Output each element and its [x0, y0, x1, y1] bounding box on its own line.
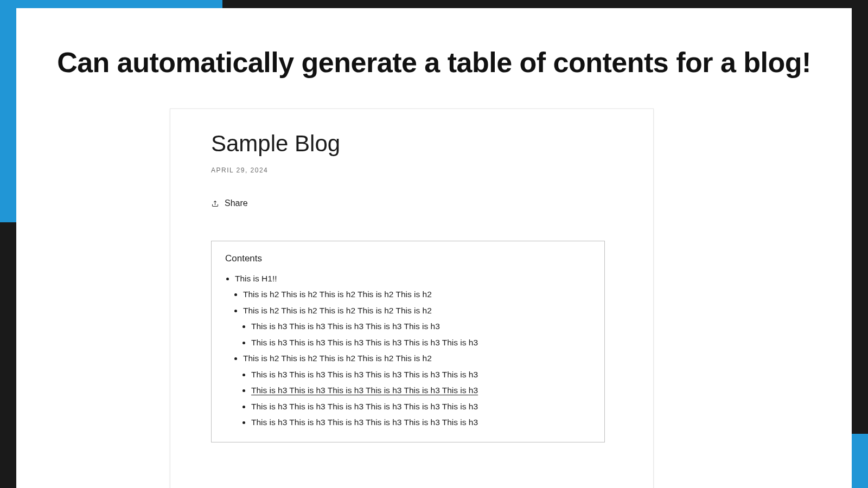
toc-item-label: This is h2 This is h2 This is h2 This is… [243, 306, 432, 315]
toc-sublist: This is h3 This is h3 This is h3 This is… [243, 367, 591, 431]
toc-item[interactable]: This is h3 This is h3 This is h3 This is… [251, 414, 591, 430]
toc-box: Contents This is H1!!This is h2 This is … [211, 241, 605, 442]
blog-card: Sample Blog APRIL 29, 2024 Share Content… [170, 108, 654, 488]
toc-item-label: This is h3 This is h3 This is h3 This is… [251, 402, 478, 411]
toc-item[interactable]: This is H1!!This is h2 This is h2 This i… [235, 271, 591, 430]
toc-item-label: This is h3 This is h3 This is h3 This is… [251, 418, 478, 427]
blog-title: Sample Blog [211, 131, 612, 157]
toc-item[interactable]: This is h2 This is h2 This is h2 This is… [243, 303, 591, 350]
toc-item[interactable]: This is h3 This is h3 This is h3 This is… [251, 399, 591, 414]
toc-item[interactable]: This is h3 This is h3 This is h3 This is… [251, 367, 591, 382]
toc-item-label: This is h2 This is h2 This is h2 This is… [243, 354, 432, 363]
toc-sublist: This is h3 This is h3 This is h3 This is… [243, 318, 591, 350]
blog-date: APRIL 29, 2024 [211, 166, 612, 174]
toc-list: This is H1!!This is h2 This is h2 This i… [225, 271, 591, 430]
toc-item-label: This is h3 This is h3 This is h3 This is… [251, 322, 440, 331]
toc-item[interactable]: This is h2 This is h2 This is h2 This is… [243, 350, 591, 430]
toc-item-label: This is h3 This is h3 This is h3 This is… [251, 386, 478, 395]
toc-item-label: This is h2 This is h2 This is h2 This is… [243, 290, 432, 299]
toc-item[interactable]: This is h3 This is h3 This is h3 This is… [251, 335, 591, 350]
main-canvas: Can automatically generate a table of co… [16, 8, 852, 488]
toc-item[interactable]: This is h3 This is h3 This is h3 This is… [251, 382, 591, 398]
toc-item-label: This is h3 This is h3 This is h3 This is… [251, 370, 478, 379]
share-button[interactable]: Share [211, 198, 248, 208]
toc-item-label: This is h3 This is h3 This is h3 This is… [251, 338, 478, 347]
toc-item[interactable]: This is h2 This is h2 This is h2 This is… [243, 286, 591, 302]
toc-title: Contents [225, 253, 591, 264]
toc-item[interactable]: This is h3 This is h3 This is h3 This is… [251, 318, 591, 334]
share-label: Share [225, 198, 248, 208]
toc-item-label: This is H1!! [235, 274, 277, 283]
page-headline: Can automatically generate a table of co… [16, 46, 852, 79]
share-icon [211, 200, 219, 208]
toc-sublist: This is h2 This is h2 This is h2 This is… [235, 286, 591, 430]
